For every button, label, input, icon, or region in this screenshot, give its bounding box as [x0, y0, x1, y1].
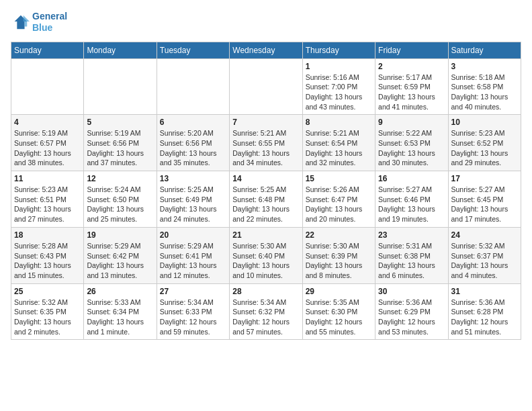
- day-info: Sunrise: 5:27 AM Sunset: 6:45 PM Dayligh…: [451, 185, 518, 224]
- day-number: 13: [160, 174, 226, 183]
- day-number: 6: [160, 118, 226, 127]
- day-info: Sunrise: 5:25 AM Sunset: 6:49 PM Dayligh…: [160, 185, 226, 224]
- day-info: Sunrise: 5:34 AM Sunset: 6:33 PM Dayligh…: [160, 298, 226, 337]
- calendar-cell-1-6: 2Sunrise: 5:17 AM Sunset: 6:59 PM Daylig…: [375, 58, 448, 115]
- weekday-header-monday: Monday: [84, 42, 157, 58]
- day-number: 22: [306, 230, 372, 240]
- calendar-cell-2-5: 8Sunrise: 5:21 AM Sunset: 6:54 PM Daylig…: [302, 115, 375, 171]
- day-number: 10: [451, 118, 518, 127]
- calendar-week-row-2: 4Sunrise: 5:19 AM Sunset: 6:57 PM Daylig…: [11, 115, 521, 171]
- day-info: Sunrise: 5:29 AM Sunset: 6:41 PM Dayligh…: [160, 241, 226, 281]
- calendar-cell-2-1: 4Sunrise: 5:19 AM Sunset: 6:57 PM Daylig…: [11, 115, 84, 171]
- logo-text: General Blue: [32, 11, 67, 34]
- day-number: 8: [306, 118, 372, 127]
- weekday-header-row: SundayMondayTuesdayWednesdayThursdayFrid…: [11, 42, 521, 58]
- calendar-body: 1Sunrise: 5:16 AM Sunset: 7:00 PM Daylig…: [11, 58, 521, 340]
- calendar-cell-2-4: 7Sunrise: 5:21 AM Sunset: 6:55 PM Daylig…: [230, 115, 302, 171]
- day-number: 31: [451, 287, 518, 296]
- day-number: 26: [87, 287, 153, 296]
- day-info: Sunrise: 5:30 AM Sunset: 6:40 PM Dayligh…: [232, 241, 299, 281]
- calendar-week-row-3: 11Sunrise: 5:23 AM Sunset: 6:51 PM Dayli…: [11, 171, 521, 228]
- calendar-cell-5-4: 28Sunrise: 5:34 AM Sunset: 6:32 PM Dayli…: [230, 283, 302, 340]
- weekday-header-saturday: Saturday: [448, 42, 521, 58]
- weekday-header-friday: Friday: [375, 42, 448, 58]
- calendar-cell-4-1: 18Sunrise: 5:28 AM Sunset: 6:43 PM Dayli…: [11, 227, 84, 283]
- day-number: 15: [306, 174, 372, 183]
- calendar-cell-5-3: 27Sunrise: 5:34 AM Sunset: 6:33 PM Dayli…: [157, 283, 229, 340]
- logo-icon: [11, 13, 30, 32]
- day-number: 1: [306, 62, 372, 71]
- calendar-cell-3-5: 15Sunrise: 5:26 AM Sunset: 6:47 PM Dayli…: [302, 171, 375, 228]
- day-info: Sunrise: 5:27 AM Sunset: 6:46 PM Dayligh…: [378, 185, 445, 224]
- day-info: Sunrise: 5:18 AM Sunset: 6:58 PM Dayligh…: [451, 73, 518, 112]
- calendar-cell-3-2: 12Sunrise: 5:24 AM Sunset: 6:50 PM Dayli…: [84, 171, 157, 228]
- day-number: 3: [451, 62, 518, 71]
- day-info: Sunrise: 5:22 AM Sunset: 6:53 PM Dayligh…: [378, 128, 445, 168]
- calendar-week-row-5: 25Sunrise: 5:32 AM Sunset: 6:35 PM Dayli…: [11, 283, 521, 340]
- calendar-cell-4-7: 24Sunrise: 5:32 AM Sunset: 6:37 PM Dayli…: [448, 227, 521, 283]
- day-info: Sunrise: 5:26 AM Sunset: 6:47 PM Dayligh…: [306, 185, 372, 224]
- day-number: 12: [87, 174, 153, 183]
- day-number: 11: [14, 174, 81, 183]
- day-info: Sunrise: 5:21 AM Sunset: 6:54 PM Dayligh…: [306, 128, 372, 168]
- day-info: Sunrise: 5:19 AM Sunset: 6:56 PM Dayligh…: [87, 128, 153, 168]
- day-info: Sunrise: 5:32 AM Sunset: 6:37 PM Dayligh…: [451, 241, 518, 281]
- day-number: 19: [87, 230, 153, 240]
- day-number: 5: [87, 118, 153, 127]
- page-header: General Blue: [11, 11, 521, 34]
- calendar-cell-1-3: [157, 58, 229, 115]
- calendar-cell-1-7: 3Sunrise: 5:18 AM Sunset: 6:58 PM Daylig…: [448, 58, 521, 115]
- calendar-cell-5-7: 31Sunrise: 5:36 AM Sunset: 6:28 PM Dayli…: [448, 283, 521, 340]
- day-number: 24: [451, 230, 518, 240]
- day-number: 21: [232, 230, 299, 240]
- weekday-header-tuesday: Tuesday: [157, 42, 229, 58]
- day-number: 9: [378, 118, 445, 127]
- day-number: 7: [232, 118, 299, 127]
- calendar-cell-1-5: 1Sunrise: 5:16 AM Sunset: 7:00 PM Daylig…: [302, 58, 375, 115]
- day-info: Sunrise: 5:30 AM Sunset: 6:39 PM Dayligh…: [306, 241, 372, 281]
- calendar-cell-4-6: 23Sunrise: 5:31 AM Sunset: 6:38 PM Dayli…: [375, 227, 448, 283]
- day-number: 14: [232, 174, 299, 183]
- calendar-cell-2-7: 10Sunrise: 5:23 AM Sunset: 6:52 PM Dayli…: [448, 115, 521, 171]
- logo: General Blue: [11, 11, 67, 34]
- day-info: Sunrise: 5:35 AM Sunset: 6:30 PM Dayligh…: [306, 298, 372, 337]
- calendar-cell-5-2: 26Sunrise: 5:33 AM Sunset: 6:34 PM Dayli…: [84, 283, 157, 340]
- calendar-cell-3-4: 14Sunrise: 5:25 AM Sunset: 6:48 PM Dayli…: [230, 171, 302, 228]
- day-number: 28: [232, 287, 299, 296]
- calendar-cell-2-3: 6Sunrise: 5:20 AM Sunset: 6:56 PM Daylig…: [157, 115, 229, 171]
- day-info: Sunrise: 5:33 AM Sunset: 6:34 PM Dayligh…: [87, 298, 153, 337]
- day-number: 30: [378, 287, 445, 296]
- calendar-cell-1-4: [230, 58, 302, 115]
- calendar-cell-4-4: 21Sunrise: 5:30 AM Sunset: 6:40 PM Dayli…: [230, 227, 302, 283]
- day-info: Sunrise: 5:28 AM Sunset: 6:43 PM Dayligh…: [14, 241, 81, 281]
- day-number: 4: [14, 118, 81, 127]
- weekday-header-sunday: Sunday: [11, 42, 84, 58]
- calendar-cell-1-2: [84, 58, 157, 115]
- calendar-cell-4-5: 22Sunrise: 5:30 AM Sunset: 6:39 PM Dayli…: [302, 227, 375, 283]
- day-info: Sunrise: 5:36 AM Sunset: 6:28 PM Dayligh…: [451, 298, 518, 337]
- calendar-cell-4-3: 20Sunrise: 5:29 AM Sunset: 6:41 PM Dayli…: [157, 227, 229, 283]
- day-info: Sunrise: 5:21 AM Sunset: 6:55 PM Dayligh…: [232, 128, 299, 168]
- calendar-cell-3-1: 11Sunrise: 5:23 AM Sunset: 6:51 PM Dayli…: [11, 171, 84, 228]
- calendar-cell-1-1: [11, 58, 84, 115]
- day-info: Sunrise: 5:34 AM Sunset: 6:32 PM Dayligh…: [232, 298, 299, 337]
- calendar-header: SundayMondayTuesdayWednesdayThursdayFrid…: [11, 42, 521, 58]
- calendar-cell-3-3: 13Sunrise: 5:25 AM Sunset: 6:49 PM Dayli…: [157, 171, 229, 228]
- day-info: Sunrise: 5:36 AM Sunset: 6:29 PM Dayligh…: [378, 298, 445, 337]
- day-info: Sunrise: 5:24 AM Sunset: 6:50 PM Dayligh…: [87, 185, 153, 224]
- calendar-cell-2-6: 9Sunrise: 5:22 AM Sunset: 6:53 PM Daylig…: [375, 115, 448, 171]
- day-number: 18: [14, 230, 81, 240]
- day-info: Sunrise: 5:29 AM Sunset: 6:42 PM Dayligh…: [87, 241, 153, 281]
- calendar-week-row-1: 1Sunrise: 5:16 AM Sunset: 7:00 PM Daylig…: [11, 58, 521, 115]
- day-info: Sunrise: 5:32 AM Sunset: 6:35 PM Dayligh…: [14, 298, 81, 337]
- day-info: Sunrise: 5:17 AM Sunset: 6:59 PM Dayligh…: [378, 73, 445, 112]
- calendar-cell-3-6: 16Sunrise: 5:27 AM Sunset: 6:46 PM Dayli…: [375, 171, 448, 228]
- day-number: 2: [378, 62, 445, 71]
- calendar-table: SundayMondayTuesdayWednesdayThursdayFrid…: [11, 42, 521, 340]
- day-info: Sunrise: 5:23 AM Sunset: 6:52 PM Dayligh…: [451, 128, 518, 168]
- calendar-week-row-4: 18Sunrise: 5:28 AM Sunset: 6:43 PM Dayli…: [11, 227, 521, 283]
- weekday-header-thursday: Thursday: [302, 42, 375, 58]
- day-info: Sunrise: 5:19 AM Sunset: 6:57 PM Dayligh…: [14, 128, 81, 168]
- day-info: Sunrise: 5:31 AM Sunset: 6:38 PM Dayligh…: [378, 241, 445, 281]
- day-info: Sunrise: 5:23 AM Sunset: 6:51 PM Dayligh…: [14, 185, 81, 224]
